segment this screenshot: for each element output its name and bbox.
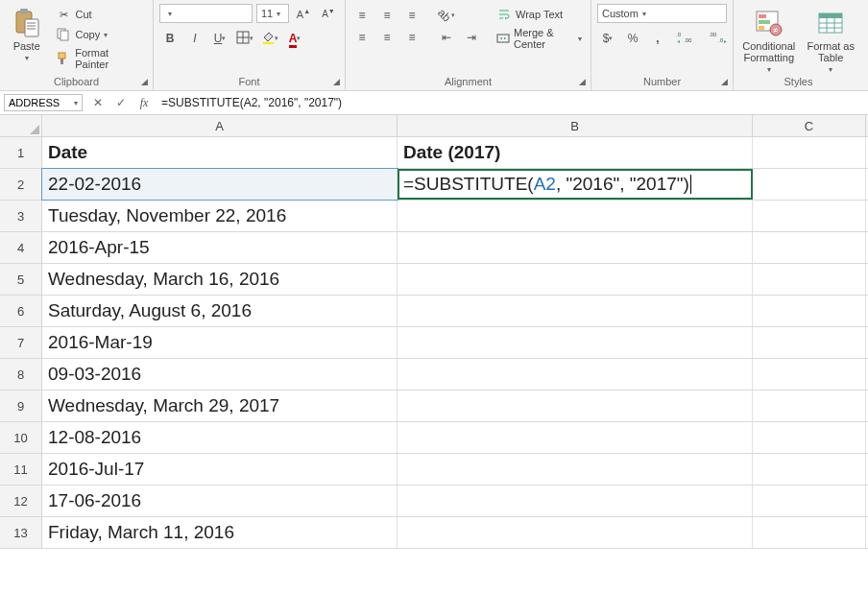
- cell-A3[interactable]: Tuesday, November 22, 2016: [42, 201, 398, 231]
- cell-C13[interactable]: [753, 517, 866, 548]
- cell-A4[interactable]: 2016-Apr-15: [42, 232, 398, 263]
- row-header-4[interactable]: 4: [0, 232, 42, 263]
- conditional-formatting-button[interactable]: ≠ Conditional Formatting ▾: [739, 4, 798, 74]
- borders-button[interactable]: ▾: [234, 29, 255, 48]
- cell-B3[interactable]: [398, 201, 753, 231]
- wrap-text-button[interactable]: Wrap Text: [494, 6, 585, 23]
- dialog-launcher-number[interactable]: ◢: [717, 75, 731, 88]
- cut-button[interactable]: ✂ Cut: [53, 6, 147, 23]
- orientation-button[interactable]: ab▾: [436, 6, 457, 25]
- cancel-formula-button[interactable]: ✕: [86, 93, 109, 113]
- percent-button[interactable]: %: [622, 29, 643, 48]
- cell-A10[interactable]: 12-08-2016: [42, 422, 398, 453]
- font-color-button[interactable]: A▾: [284, 29, 305, 48]
- cell-B10[interactable]: [398, 422, 753, 453]
- align-center-button[interactable]: ≡: [376, 28, 398, 47]
- cell-C5[interactable]: [753, 264, 866, 295]
- svg-text:.0: .0: [676, 32, 682, 37]
- cell-C6[interactable]: [753, 296, 866, 326]
- row-header-10[interactable]: 10: [0, 422, 42, 453]
- cell-A5[interactable]: Wednesday, March 16, 2016: [42, 264, 398, 295]
- increase-indent-button[interactable]: ⇥: [461, 28, 482, 47]
- italic-button[interactable]: I: [184, 29, 205, 48]
- cell-A1[interactable]: Date: [42, 137, 398, 168]
- increase-font-button[interactable]: A▲: [293, 4, 314, 23]
- cell-A13[interactable]: Friday, March 11, 2016: [42, 517, 398, 548]
- fill-color-button[interactable]: ▾: [259, 29, 280, 48]
- cell-B4[interactable]: [398, 232, 753, 263]
- align-bottom-button[interactable]: ≡: [401, 6, 422, 25]
- cell-C1[interactable]: [753, 137, 866, 168]
- align-right-button[interactable]: ≡: [401, 28, 422, 47]
- align-top-button[interactable]: ≡: [351, 6, 373, 25]
- format-as-table-button[interactable]: Format as Table ▾: [804, 4, 857, 74]
- cell-B6[interactable]: [398, 296, 753, 326]
- decrease-indent-button[interactable]: ⇤: [436, 28, 457, 47]
- cell-A9[interactable]: Wednesday, March 29, 2017: [42, 391, 398, 421]
- align-middle-button[interactable]: ≡: [376, 6, 398, 25]
- cell-C9[interactable]: [753, 391, 866, 421]
- decrease-font-button[interactable]: A▼: [318, 4, 339, 23]
- row-header-2[interactable]: 2: [0, 169, 42, 200]
- row-header-6[interactable]: 6: [0, 296, 42, 326]
- font-name-combo[interactable]: ▾: [159, 4, 253, 23]
- align-left-button[interactable]: ≡: [351, 28, 373, 47]
- row-header-13[interactable]: 13: [0, 517, 42, 548]
- increase-decimal-button[interactable]: .0.00: [672, 29, 701, 48]
- comma-button[interactable]: ,: [647, 29, 668, 48]
- format-painter-button[interactable]: Format Painter: [53, 46, 147, 71]
- dialog-launcher-font[interactable]: ◢: [329, 75, 343, 88]
- row-header-9[interactable]: 9: [0, 391, 42, 421]
- cell-C11[interactable]: [753, 454, 866, 485]
- row-header-8[interactable]: 8: [0, 359, 42, 390]
- cell-A2[interactable]: 22-02-2016: [42, 169, 398, 200]
- cell-A7[interactable]: 2016-Mar-19: [42, 327, 398, 358]
- row-header-7[interactable]: 7: [0, 327, 42, 358]
- column-header-B[interactable]: B: [398, 115, 753, 136]
- cell-B11[interactable]: [398, 454, 753, 485]
- row-header-3[interactable]: 3: [0, 201, 42, 231]
- cell-C4[interactable]: [753, 232, 866, 263]
- cell-C12[interactable]: [753, 485, 866, 516]
- cell-B12[interactable]: [398, 485, 753, 516]
- cell-C10[interactable]: [753, 422, 866, 453]
- cell-A12[interactable]: 17-06-2016: [42, 485, 398, 516]
- formula-input[interactable]: =SUBSTITUTE(A2, "2016", "2017"): [156, 93, 868, 112]
- name-box[interactable]: ADDRESS ▾: [4, 94, 83, 111]
- currency-button[interactable]: $▾: [597, 29, 618, 48]
- dialog-launcher-clipboard[interactable]: ◢: [137, 75, 151, 88]
- row-header-5[interactable]: 5: [0, 264, 42, 295]
- enter-formula-button[interactable]: ✓: [109, 93, 133, 113]
- cell-A8[interactable]: 09-03-2016: [42, 359, 398, 390]
- merge-center-button[interactable]: Merge & Center ▾: [494, 26, 585, 51]
- cell-B2[interactable]: =SUBSTITUTE(A2, "2016", "2017"): [398, 169, 753, 200]
- number-format-combo[interactable]: Custom ▾: [597, 4, 727, 23]
- decrease-decimal-button[interactable]: .00.0: [705, 29, 734, 48]
- cell-A6[interactable]: Saturday, August 6, 2016: [42, 296, 398, 326]
- cell-B13[interactable]: [398, 517, 753, 548]
- cell-C7[interactable]: [753, 327, 866, 358]
- paste-button[interactable]: Paste ▾: [6, 4, 47, 62]
- cell-B1[interactable]: Date (2017): [398, 137, 753, 168]
- dialog-launcher-alignment[interactable]: ◢: [575, 75, 589, 88]
- row-header-1[interactable]: 1: [0, 137, 42, 168]
- row-header-12[interactable]: 12: [0, 485, 42, 516]
- row-header-11[interactable]: 11: [0, 454, 42, 485]
- copy-button[interactable]: Copy ▾: [53, 26, 147, 43]
- cell-C8[interactable]: [753, 359, 866, 390]
- font-size-combo[interactable]: 11 ▾: [256, 4, 289, 23]
- select-all-button[interactable]: [0, 115, 42, 136]
- fx-icon[interactable]: fx: [133, 96, 156, 110]
- cell-B8[interactable]: [398, 359, 753, 390]
- cell-C2[interactable]: [753, 169, 866, 200]
- group-alignment: ≡ ≡ ≡ ab▾ ≡ ≡ ≡ ⇤ ⇥ Wrap Te: [346, 0, 591, 90]
- column-header-A[interactable]: A: [42, 115, 398, 136]
- cell-C3[interactable]: [753, 201, 866, 231]
- bold-button[interactable]: B: [159, 29, 181, 48]
- cell-B9[interactable]: [398, 391, 753, 421]
- column-header-C[interactable]: C: [753, 115, 866, 136]
- cell-B5[interactable]: [398, 264, 753, 295]
- cell-A11[interactable]: 2016-Jul-17: [42, 454, 398, 485]
- cell-B7[interactable]: [398, 327, 753, 358]
- underline-button[interactable]: U▾: [209, 29, 230, 48]
